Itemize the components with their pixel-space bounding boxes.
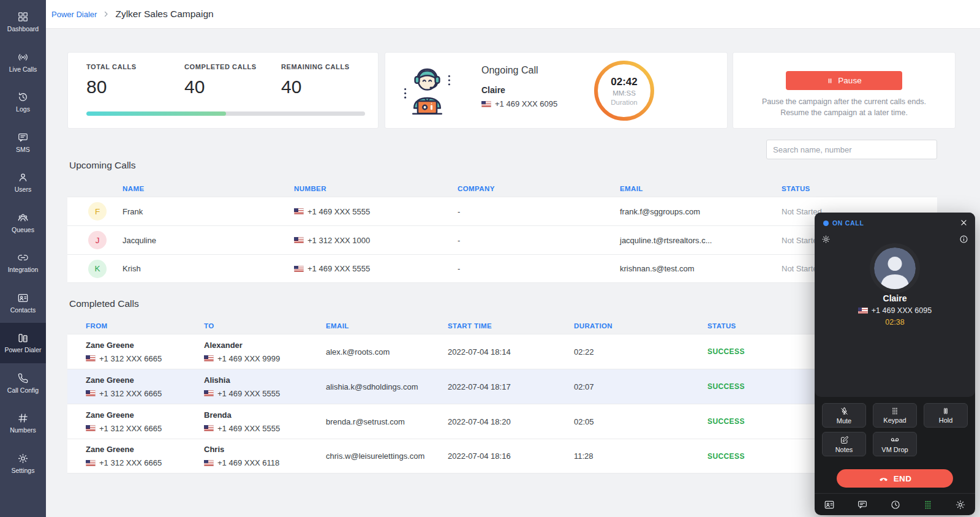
sidebar-item-label: Dashboard — [7, 25, 39, 32]
remaining-calls-stat: REMAINING CALLS 40 — [281, 63, 350, 97]
history-clock-icon[interactable] — [890, 499, 901, 510]
upcoming-table-header: NAME NUMBER COMPANY EMAIL STATUS — [67, 181, 937, 197]
ongoing-call-number: +1 469 XXX 6095 — [481, 99, 557, 108]
sidebar-item-users[interactable]: Users — [0, 162, 46, 203]
call-config-phone-icon — [17, 372, 29, 384]
queues-icon — [17, 212, 29, 224]
sidebar-item-label: Integration — [8, 266, 39, 273]
completed-calls-table: FROM TO EMAIL START TIME DURATION STATUS… — [67, 318, 937, 474]
timer-unit-label: MM:SS — [612, 89, 636, 97]
call-timer: 02:38 — [815, 318, 975, 326]
sidebar-item-label: Call Config — [7, 387, 39, 394]
logs-history-icon — [17, 91, 29, 103]
close-icon[interactable] — [959, 217, 969, 228]
sidebar-item-label: Users — [15, 186, 31, 193]
pause-campaign-card: Pause Pause the campaign after the curre… — [733, 52, 956, 129]
completed-table-header: FROM TO EMAIL START TIME DURATION STATUS — [67, 318, 937, 334]
us-flag-icon — [294, 237, 304, 243]
ongoing-call-name: Claire — [481, 85, 557, 95]
widget-gear-icon[interactable] — [955, 499, 966, 510]
avatar: J — [88, 231, 107, 249]
us-flag-icon — [294, 208, 304, 214]
sidebar-item-power-dialer[interactable]: Power Dialer — [0, 323, 46, 363]
sidebar: Dashboard Live Calls Logs SMS Users Queu… — [0, 0, 46, 517]
table-row[interactable]: K Krish +1 469 XXX 5555 - krishnan.s@tes… — [67, 254, 937, 283]
us-flag-icon — [204, 390, 214, 396]
sidebar-item-label: Logs — [16, 105, 30, 113]
chat-icon[interactable] — [857, 499, 868, 510]
end-call-icon — [878, 474, 889, 484]
ongoing-call-title: Ongoing Call — [481, 65, 557, 76]
sidebar-item-label: Queues — [12, 226, 34, 233]
avatar: F — [88, 202, 107, 221]
ongoing-call-card: Ongoing Call Claire +1 469 XXX 6095 02:4… — [385, 52, 728, 129]
sidebar-item-live-calls[interactable]: Live Calls — [0, 42, 46, 83]
numbers-hash-icon — [17, 412, 29, 424]
sidebar-item-contacts[interactable]: Contacts — [0, 283, 46, 323]
end-call-button[interactable]: END — [837, 469, 953, 488]
completed-calls-stat: COMPLETED CALLS 40 — [184, 63, 257, 97]
completed-calls-label: COMPLETED CALLS — [184, 63, 257, 70]
sidebar-item-dashboard[interactable]: Dashboard — [0, 2, 46, 42]
contacts-card-icon — [17, 292, 29, 304]
widget-settings-gear-icon[interactable] — [821, 235, 831, 244]
info-icon[interactable] — [959, 235, 968, 244]
upcoming-calls-title: Upcoming Calls — [69, 160, 136, 171]
search-input[interactable] — [766, 140, 937, 159]
sidebar-item-label: SMS — [16, 146, 30, 153]
sidebar-item-label: Power Dialer — [4, 346, 41, 353]
caller-name: Claire — [815, 293, 975, 303]
upcoming-calls-table: NAME NUMBER COMPANY EMAIL STATUS F Frank… — [67, 181, 937, 283]
sidebar-item-settings[interactable]: Settings — [0, 443, 46, 484]
vm-drop-button[interactable]: VM Drop — [873, 432, 917, 456]
sidebar-item-sms[interactable]: SMS — [0, 123, 46, 163]
table-row[interactable]: Zane Greene+1 312 XXX 6665 Alexander+1 4… — [67, 334, 937, 369]
sidebar-item-call-config[interactable]: Call Config — [0, 363, 46, 404]
campaign-progress-fill — [86, 111, 226, 116]
us-flag-icon — [294, 266, 304, 272]
table-row[interactable]: F Frank +1 469 XXX 5555 - frank.f@sggrou… — [67, 197, 937, 225]
notes-edit-icon — [840, 436, 849, 445]
total-calls-stat: TOTAL CALLS 80 — [86, 63, 137, 97]
pause-button[interactable]: Pause — [786, 71, 902, 90]
sidebar-item-integration[interactable]: Integration — [0, 243, 46, 283]
table-row[interactable]: Zane Greene+1 312 XXX 6665 Chris+1 469 X… — [67, 439, 937, 474]
total-calls-value: 80 — [86, 77, 137, 97]
sidebar-item-numbers[interactable]: Numbers — [0, 403, 46, 443]
us-flag-icon — [86, 460, 96, 466]
avatar: K — [88, 260, 107, 278]
us-flag-icon — [204, 460, 214, 466]
sidebar-item-logs[interactable]: Logs — [0, 82, 46, 123]
total-calls-label: TOTAL CALLS — [86, 63, 137, 70]
keypad-icon — [891, 407, 899, 415]
table-row[interactable]: Zane Greene+1 312 XXX 6665 Alishia+1 469… — [67, 369, 937, 404]
dialpad-icon[interactable] — [923, 500, 933, 510]
campaign-stats-card: TOTAL CALLS 80 COMPLETED CALLS 40 REMAIN… — [67, 52, 379, 129]
sidebar-item-queues[interactable]: Queues — [0, 203, 46, 243]
contact-card-icon[interactable] — [824, 499, 835, 510]
us-flag-icon — [481, 101, 491, 107]
call-duration-ring: 02:42 MM:SS Duration — [592, 59, 656, 123]
table-row[interactable]: Zane Greene+1 312 XXX 6665 Brenda+1 469 … — [67, 404, 937, 439]
campaign-progress-bar — [86, 111, 365, 116]
remaining-calls-value: 40 — [281, 77, 350, 97]
call-widget: ON CALL Claire +1 469 XXX 6095 02:38 Mut… — [815, 213, 975, 515]
us-flag-icon — [204, 425, 214, 431]
mute-button[interactable]: Mute — [822, 403, 866, 428]
mute-mic-icon — [840, 407, 849, 416]
on-call-status-label: ON CALL — [832, 219, 864, 227]
table-row[interactable]: J Jacquline +1 312 XXX 1000 - jacquline.… — [67, 225, 937, 254]
notes-button[interactable]: Notes — [822, 432, 866, 456]
keypad-button[interactable]: Keypad — [873, 403, 917, 428]
users-icon — [17, 172, 29, 183]
us-flag-icon — [858, 308, 868, 314]
power-dialer-icon — [17, 332, 29, 344]
hold-button[interactable]: Hold — [924, 403, 968, 428]
settings-gear-icon — [17, 453, 29, 464]
completed-calls-title: Completed Calls — [69, 298, 139, 309]
breadcrumb-parent-link[interactable]: Power Dialer — [51, 10, 97, 19]
timer-caption: Duration — [611, 99, 637, 106]
pause-icon — [826, 77, 834, 85]
ongoing-call-timer: 02:42 — [611, 76, 637, 88]
call-widget-top-panel: ON CALL Claire +1 469 XXX 6095 02:38 — [815, 213, 975, 397]
